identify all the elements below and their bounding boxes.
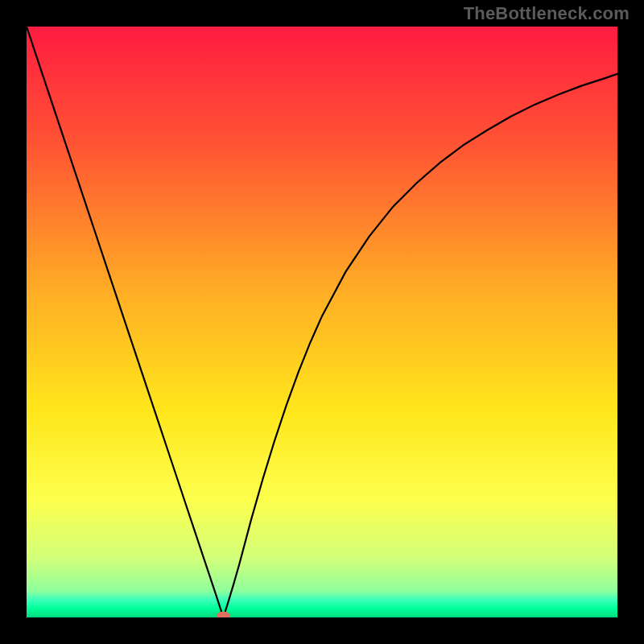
plot-background xyxy=(27,27,617,617)
chart-frame: TheBottleneck.com xyxy=(0,0,644,644)
bottleneck-chart xyxy=(27,27,617,617)
watermark-text: TheBottleneck.com xyxy=(464,3,630,24)
